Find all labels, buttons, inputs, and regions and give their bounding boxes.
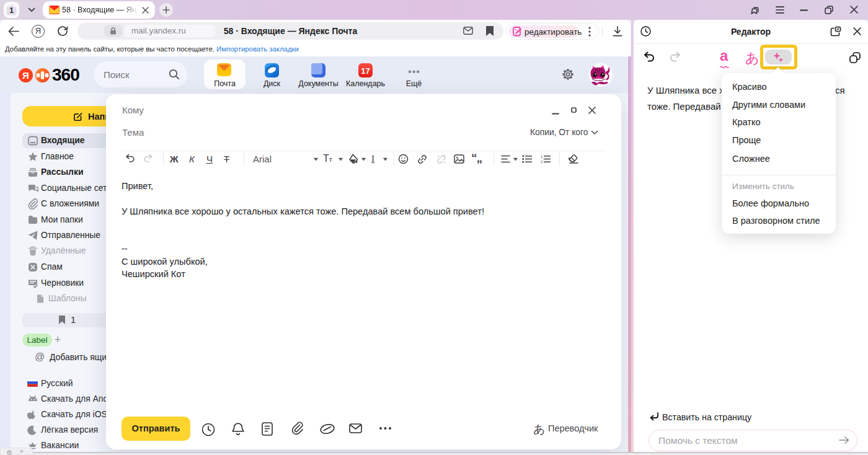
svg-text:2: 2 <box>541 160 542 163</box>
svg-text:あ: あ <box>533 423 545 436</box>
svg-text:1: 1 <box>9 6 14 15</box>
svg-text:1: 1 <box>541 155 542 159</box>
svg-text:17: 17 <box>361 66 370 76</box>
